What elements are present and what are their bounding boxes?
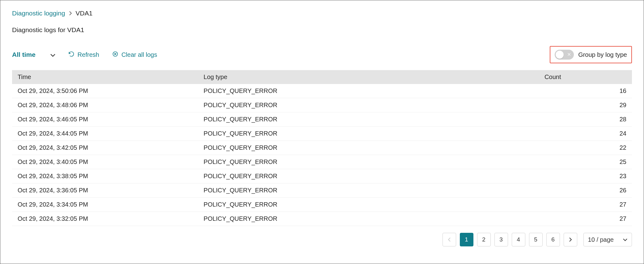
cell-time: Oct 29, 2024, 3:42:05 PM <box>12 141 198 155</box>
cell-time: Oct 29, 2024, 3:44:05 PM <box>12 127 198 141</box>
cell-count: 29 <box>539 98 632 112</box>
cell-time: Oct 29, 2024, 3:50:06 PM <box>12 84 198 98</box>
breadcrumb-parent-link[interactable]: Diagnostic logging <box>12 10 65 17</box>
pagination: 123456 10 / page <box>12 233 632 246</box>
col-header-time[interactable]: Time <box>12 70 198 84</box>
clear-icon <box>112 51 118 59</box>
cell-log-type: POLICY_QUERY_ERROR <box>198 212 539 226</box>
cell-count: 16 <box>539 84 632 98</box>
cell-log-type: POLICY_QUERY_ERROR <box>198 141 539 155</box>
table-row[interactable]: Oct 29, 2024, 3:48:06 PMPOLICY_QUERY_ERR… <box>12 98 632 112</box>
chevron-right-icon <box>69 11 72 15</box>
cell-log-type: POLICY_QUERY_ERROR <box>198 183 539 198</box>
cell-time: Oct 29, 2024, 3:34:05 PM <box>12 198 198 212</box>
cell-count: 22 <box>539 141 632 155</box>
pagination-page-1[interactable]: 1 <box>460 233 473 246</box>
breadcrumb: Diagnostic logging VDA1 <box>12 10 632 17</box>
cell-count: 26 <box>539 183 632 198</box>
cell-log-type: POLICY_QUERY_ERROR <box>198 127 539 141</box>
toolbar: All time Refresh Clear all logs ✕ Group … <box>12 46 632 63</box>
cell-time: Oct 29, 2024, 3:46:05 PM <box>12 112 198 127</box>
table-row[interactable]: Oct 29, 2024, 3:46:05 PMPOLICY_QUERY_ERR… <box>12 112 632 127</box>
chevron-down-icon <box>50 51 55 58</box>
pagination-next[interactable] <box>564 233 577 246</box>
table-row[interactable]: Oct 29, 2024, 3:40:05 PMPOLICY_QUERY_ERR… <box>12 155 632 169</box>
close-icon: ✕ <box>567 52 571 57</box>
pagination-page-3[interactable]: 3 <box>494 233 508 246</box>
table-row[interactable]: Oct 29, 2024, 3:32:05 PMPOLICY_QUERY_ERR… <box>12 212 632 226</box>
cell-log-type: POLICY_QUERY_ERROR <box>198 98 539 112</box>
page-size-label: 10 / page <box>588 236 614 243</box>
group-by-toggle[interactable]: ✕ <box>555 50 574 60</box>
cell-count: 24 <box>539 127 632 141</box>
time-filter-dropdown[interactable]: All time <box>12 51 55 58</box>
pagination-page-5[interactable]: 5 <box>529 233 543 246</box>
cell-count: 27 <box>539 198 632 212</box>
group-by-toggle-label: Group by log type <box>578 51 627 58</box>
pagination-page-2[interactable]: 2 <box>477 233 491 246</box>
table-header-row: Time Log type Count <box>12 70 632 84</box>
table-row[interactable]: Oct 29, 2024, 3:42:05 PMPOLICY_QUERY_ERR… <box>12 141 632 155</box>
pagination-page-6[interactable]: 6 <box>546 233 560 246</box>
cell-time: Oct 29, 2024, 3:32:05 PM <box>12 212 198 226</box>
page-title: Diagnostic logs for VDA1 <box>12 26 632 34</box>
col-header-log-type[interactable]: Log type <box>198 70 539 84</box>
col-header-count[interactable]: Count <box>539 70 632 84</box>
cell-time: Oct 29, 2024, 3:40:05 PM <box>12 155 198 169</box>
table-row[interactable]: Oct 29, 2024, 3:44:05 PMPOLICY_QUERY_ERR… <box>12 127 632 141</box>
table-row[interactable]: Oct 29, 2024, 3:38:05 PMPOLICY_QUERY_ERR… <box>12 169 632 183</box>
cell-log-type: POLICY_QUERY_ERROR <box>198 112 539 127</box>
table-row[interactable]: Oct 29, 2024, 3:36:05 PMPOLICY_QUERY_ERR… <box>12 183 632 198</box>
table-row[interactable]: Oct 29, 2024, 3:34:05 PMPOLICY_QUERY_ERR… <box>12 198 632 212</box>
cell-log-type: POLICY_QUERY_ERROR <box>198 155 539 169</box>
log-table: Time Log type Count Oct 29, 2024, 3:50:0… <box>12 70 632 226</box>
refresh-label: Refresh <box>78 51 99 58</box>
clear-label: Clear all logs <box>121 51 157 58</box>
table-row[interactable]: Oct 29, 2024, 3:50:06 PMPOLICY_QUERY_ERR… <box>12 84 632 98</box>
cell-time: Oct 29, 2024, 3:48:06 PM <box>12 98 198 112</box>
time-filter-label: All time <box>12 51 36 58</box>
cell-time: Oct 29, 2024, 3:36:05 PM <box>12 183 198 198</box>
group-by-toggle-container: ✕ Group by log type <box>550 46 632 63</box>
cell-count: 28 <box>539 112 632 127</box>
cell-log-type: POLICY_QUERY_ERROR <box>198 169 539 183</box>
cell-count: 25 <box>539 155 632 169</box>
page-size-dropdown[interactable]: 10 / page <box>583 233 632 246</box>
cell-count: 23 <box>539 169 632 183</box>
breadcrumb-current: VDA1 <box>76 10 93 17</box>
cell-count: 27 <box>539 212 632 226</box>
pagination-prev[interactable] <box>443 233 456 246</box>
cell-log-type: POLICY_QUERY_ERROR <box>198 198 539 212</box>
toggle-knob <box>556 51 564 59</box>
refresh-button[interactable]: Refresh <box>68 51 99 59</box>
cell-time: Oct 29, 2024, 3:38:05 PM <box>12 169 198 183</box>
refresh-icon <box>68 51 74 59</box>
pagination-page-4[interactable]: 4 <box>512 233 525 246</box>
chevron-down-icon <box>623 238 627 241</box>
clear-logs-button[interactable]: Clear all logs <box>112 51 157 59</box>
cell-log-type: POLICY_QUERY_ERROR <box>198 84 539 98</box>
